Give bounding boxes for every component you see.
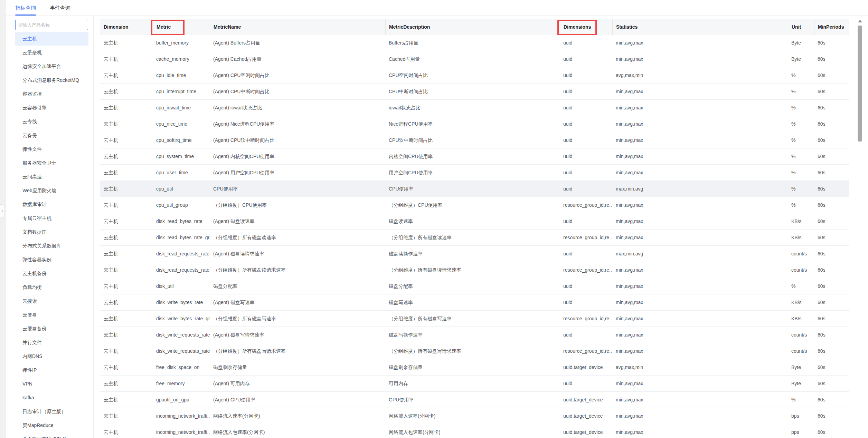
table-row[interactable]: 云主机gpuutil_on_gpu(Agent) GPU使用率GPU使用率uui… [100,392,849,408]
sidebar-item[interactable]: 云主机备份 [15,266,88,280]
sidebar-item[interactable]: 容器监控 [15,87,88,101]
table-cell: min,avg,max [612,294,788,310]
product-search-input[interactable] [15,20,88,30]
table-cell: count/s [788,343,814,359]
table-cell: GPU使用率 [385,392,560,408]
table-row[interactable]: 云主机cpu_interrupt_time(Agent) CPU中断时间占比CP… [100,84,849,100]
table-row[interactable]: 云主机disk_read_requests_rate(Agent) 磁盘读请求速… [100,246,849,262]
sidebar-item[interactable]: 云间高速 [15,170,88,184]
table-cell: 云主机 [100,181,153,197]
table-cell: % [788,148,814,164]
table-cell: avg,max,min [612,359,788,375]
table-cell: min,avg,max [612,35,788,51]
table-cell: cpu_iowait_time [153,100,210,116]
table-cell: % [788,165,814,181]
table-row[interactable]: 云主机disk_read_bytes_rate_gr...（分组维度）所有磁盘读… [100,230,849,246]
table-cell: Byte [788,376,814,391]
table-row[interactable]: 云主机disk_write_requests_rate(Agent) 磁盘写请求… [100,327,849,343]
table-row[interactable]: 云主机disk_write_requests_rate...（分组维度）所有磁盘… [100,343,849,359]
table-row[interactable]: 云主机disk_util磁盘分配率磁盘分配率uuidmin,avg,max%60… [100,278,849,294]
table-header-row: DimensionMetricMetricNameMetricDescripti… [100,19,849,35]
table-cell: uuid [560,116,612,132]
sidebar-item[interactable]: 弹性文件 [15,142,88,156]
sidebar-item[interactable]: 云备份 [15,128,88,142]
table-cell: min,avg,max [612,311,788,327]
sidebar-item[interactable]: 服务器安全卫士 [15,156,88,170]
sidebar-item[interactable]: VPN [15,377,88,391]
sidebar-item[interactable]: 数据库审计 [15,197,88,211]
table-cell: Cached占用量 [385,51,560,67]
table-row[interactable]: 云主机buffer_memory(Agent) Buffers占用量Buffer… [100,35,849,51]
table-row[interactable]: 云主机cpu_softirq_time(Agent) CPU软中断时间占比CPU… [100,132,849,148]
sidebar-item[interactable]: 日志审计（原生版） [15,405,88,418]
sidebar-item[interactable]: 边缘安全加速平台 [15,59,88,73]
sidebar-item[interactable]: 关系数据库MySQL版 [15,432,88,438]
sidebar-item[interactable]: 云硬盘 [15,308,88,322]
table-cell: resource_group_id,re... [560,230,612,245]
table-cell: （分组维度）所有磁盘写请求速率 [210,343,385,359]
sidebar-item[interactable]: 弹性IP [15,363,88,377]
table-row[interactable]: 云主机cpu_util_group（分组维度）CPU使用率（分组维度）CPU使用… [100,197,849,213]
table-cell: cpu_util_group [153,197,210,213]
table-row[interactable]: 云主机disk_read_bytes_rate(Agent) 磁盘读速率磁盘读速… [100,213,849,230]
tab-metric-query[interactable]: 指标查询 [15,0,36,16]
table-row[interactable]: 云主机incoming_network_traffi...网络流入速率(分网卡)… [100,408,849,424]
sidebar-item[interactable]: 云专线 [15,115,88,128]
table-row[interactable]: 云主机free_disk_space_on磁盘剩余存储量磁盘剩余存储量uuid,… [100,359,849,376]
table-row[interactable]: 云主机disk_write_bytes_rate_gr...（分组维度）所有磁盘… [100,311,849,327]
table-cell: 云主机 [100,376,153,391]
table-row[interactable]: 云主机cpu_nice_time(Agent) Nice进程CPU使用率Nice… [100,116,849,132]
table-cell: min,avg,max [612,376,788,391]
table-row[interactable]: 云主机cpu_system_time(Agent) 内核空间CPU使用率内核空间… [100,148,849,165]
table-cell: 可用内存 [385,376,560,391]
table-row[interactable]: 云主机free_memory(Agent) 可用内存可用内存uuidmin,av… [100,376,849,392]
table-row[interactable]: 云主机cpu_user_time(Agent) 用户空间CPU使用率用户空间CP… [100,165,849,181]
table-cell: KB/s [788,213,814,229]
table-cell: uuid,target_device [560,424,612,438]
sidebar-item[interactable]: 文档数据库 [15,225,88,239]
table-cell: (Agent) Cached占用量 [210,51,385,67]
sidebar-item[interactable]: 翼MapReduce [15,418,88,432]
sidebar-item[interactable]: 弹性容器实例 [15,253,88,266]
sidebar-item[interactable]: 并行文件 [15,335,88,349]
sidebar-item[interactable]: 云硬盘备份 [15,322,88,335]
table-row[interactable]: 云主机cache_memory(Agent) Cached占用量Cached占用… [100,51,849,67]
table-row[interactable]: 云主机cpu_idle_time(Agent) CPU空闲时间占比CPU空闲时间… [100,67,849,84]
table-cell: （分组维度）所有磁盘读请求速率 [385,262,560,278]
table-row[interactable]: 云主机disk_write_bytes_rate(Agent) 磁盘写速率磁盘写… [100,294,849,311]
table-cell: 云主机 [100,392,153,408]
table-cell: (Agent) 磁盘写请求速率 [210,327,385,343]
table-cell: 云主机 [100,327,153,343]
table-cell: Byte [788,359,814,375]
table-cell: min,avg,max [612,148,788,164]
table-cell: min,avg,max [612,262,788,278]
table-row[interactable]: 云主机cpu_iowait_time(Agent) iowait状态占比iowa… [100,100,849,116]
table-cell: （分组维度）CPU使用率 [210,197,385,213]
vertical-scrollbar-thumb[interactable] [858,26,862,142]
sidebar-item[interactable]: 分布式消息服务RocketMQ [15,73,88,87]
table-cell: count/s [788,262,814,278]
sidebar-item[interactable]: 分布式关系数据库 [15,239,88,253]
table-row[interactable]: 云主机incoming_network_traffi...网络流入包速率(分网卡… [100,424,849,438]
sidebar-item[interactable]: 云主机 [15,32,88,46]
table-row[interactable]: 云主机disk_read_requests_rate...（分组维度）所有磁盘读… [100,262,849,278]
table-cell: 60s [814,392,849,408]
table-cell: 60s [814,376,849,391]
tab-event-query[interactable]: 事件查询 [50,0,70,16]
sidebar-item[interactable]: 云搜索 [15,294,88,308]
table-cell: disk_write_bytes_rate_gr... [153,311,210,327]
sidebar-item[interactable]: Web应用防火墙 [15,184,88,197]
table-row[interactable]: 云主机cpu_utilCPU使用率CPU使用率uuidmax,min,avg%6… [100,181,849,197]
scrollbar-up-arrow-icon[interactable] [858,20,862,22]
column-header-minperiods: MinPeriods [814,19,849,35]
sidebar-item[interactable]: 云堡垒机 [15,46,88,59]
table-cell: 云主机 [100,278,153,294]
sidebar-item[interactable]: kafka [15,391,88,405]
table-cell: gpuutil_on_gpu [153,392,210,408]
sidebar-item[interactable]: 负载均衡 [15,280,88,294]
sidebar-item[interactable]: 专属云宿主机 [15,211,88,225]
sidebar-item[interactable]: 内网DNS [15,349,88,363]
table-cell: 云主机 [100,116,153,132]
sidebar-item[interactable]: 云容器引擎 [15,101,88,115]
sidebar-collapse-handle[interactable]: › [0,204,5,217]
